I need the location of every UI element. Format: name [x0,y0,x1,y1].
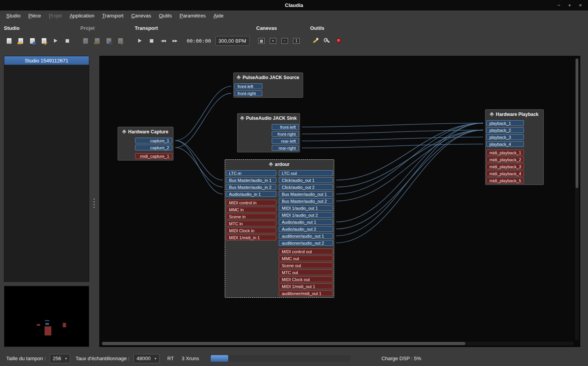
node-header[interactable]: Hardware Capture [118,127,173,136]
connection-wire[interactable] [175,148,223,187]
midi-port[interactable]: midi_playback_2 [486,157,524,162]
connection-wire[interactable] [336,123,483,180]
audio-port[interactable]: front-left [272,124,299,130]
load-studio-button[interactable] [16,36,26,46]
audio-port[interactable]: rear-left [272,138,299,144]
menu-canevas[interactable]: Canevas [127,12,155,20]
audio-port[interactable]: Audio/audio_out 1 [279,219,333,225]
audio-port[interactable]: Bus Master/audio_in 1 [226,177,276,183]
maximize-button[interactable]: + [568,2,571,8]
node-header[interactable]: ardour [225,160,334,169]
zoom-fit-button[interactable]: ▦ [256,36,267,46]
midi-port[interactable]: midi_playback_3 [486,164,524,169]
midi-port[interactable]: MIDI Clock out [279,276,333,282]
menu-outils[interactable]: Outils [155,12,175,20]
connection-wire[interactable] [302,130,483,134]
midi-port[interactable]: MIDI 1/midi_out 1 [279,283,333,289]
audio-port[interactable]: MIDI 1/audio_out 2 [279,212,333,218]
audio-port[interactable]: capture_1 [135,138,172,143]
connection-wire[interactable] [336,130,483,229]
transport-stop-button[interactable] [146,36,157,46]
canvas[interactable]: Hardware Capturecapture_1capture_2midi_c… [99,56,580,347]
studio-list-item[interactable]: Studio 1549112671 [4,56,89,65]
connection-wire[interactable] [336,130,483,243]
midi-port[interactable]: MTC out [279,269,333,275]
node-header[interactable]: PulseAudio JACK Sink [238,114,300,123]
audio-port[interactable]: Audio/audio_out 2 [279,226,333,232]
audio-port[interactable]: Click/audio_out 2 [279,184,333,190]
connection-wire[interactable] [336,130,483,201]
canvas-horizontal-scrollbar[interactable] [102,342,574,345]
studio-list[interactable]: Studio 1549112671 [4,56,89,282]
new-studio-button[interactable] [4,36,14,46]
audio-port[interactable]: playback_4 [486,141,524,147]
connection-wire[interactable] [336,130,483,187]
minimize-button[interactable]: − [557,2,560,8]
tools-button[interactable] [322,36,332,46]
menu-studio[interactable]: Studio [2,12,24,20]
audio-port[interactable]: Bus Master/audio_in 2 [226,184,276,190]
midi-port[interactable]: midi_playback_1 [486,150,524,155]
midi-port[interactable]: MIDI control out [279,249,333,254]
canvas-node[interactable]: PulseAudio JACK Sourcefront-leftfront-ri… [233,73,303,98]
audio-port[interactable]: LTC-in [226,170,276,176]
audio-port[interactable]: playback_3 [486,134,524,140]
rename-studio-button[interactable] [39,36,49,46]
menu-parametres[interactable]: Paramètres [176,12,210,20]
zoom-in-button[interactable]: + [268,36,278,46]
canvas-node[interactable]: Hardware Playbackplayback_1playback_2pla… [485,109,544,185]
stop-studio-button[interactable] [62,36,73,46]
midi-port[interactable]: Scene out [279,262,333,268]
menu-transport[interactable]: Transport [98,12,127,20]
connection-wire[interactable] [302,123,483,127]
audio-port[interactable]: auditioner/audio_out 2 [279,240,333,246]
midi-port[interactable]: MMC in [226,207,276,212]
connection-wire[interactable] [175,141,223,194]
save-studio-button[interactable] [27,36,38,46]
samplerate-select[interactable]: 48000 ▾ [134,354,160,363]
close-button[interactable]: × [579,2,582,8]
scrollbar-thumb[interactable] [102,342,465,345]
midi-port[interactable]: Scene in [226,214,276,219]
audio-port[interactable]: auditioner/audio_out 1 [279,233,333,239]
connection-wire[interactable] [336,123,483,222]
configure-button[interactable] [310,36,321,46]
audio-port[interactable]: Bus Master/audio_out 1 [279,191,333,197]
midi-port[interactable]: MIDI 1/midi_in 1 [226,235,276,240]
scrollbar-thumb[interactable] [576,59,578,188]
buffer-size-select[interactable]: 256 ▾ [50,354,70,363]
audio-port[interactable]: playback_1 [486,120,524,126]
zoom-out-button[interactable]: − [279,36,290,46]
menu-application[interactable]: Application [66,12,98,20]
connection-wire[interactable] [175,86,231,141]
node-header[interactable]: Hardware Playback [486,110,543,119]
bpm-display[interactable]: 300,00 BPM [215,36,250,46]
titlebar[interactable]: Claudia − + × [0,0,588,10]
start-studio-button[interactable] [50,36,61,46]
menu-piece[interactable]: Pièce [24,12,45,20]
pane-splitter[interactable] [89,56,99,347]
audio-port[interactable]: rear-right [272,145,299,151]
audio-port[interactable]: LTC-out [279,170,333,176]
audio-port[interactable]: Audio/audio_in 1 [226,191,276,197]
connection-wire[interactable] [302,144,483,148]
record-button[interactable] [333,36,344,46]
canvas-node[interactable]: ardourLTC-inBus Master/audio_in 1Bus Mas… [225,159,334,298]
canvas-node[interactable]: Hardware Capturecapture_1capture_2midi_c… [118,127,173,161]
connection-wire[interactable] [336,123,483,194]
canvas-vertical-scrollbar[interactable] [575,58,579,340]
audio-port[interactable]: Bus Master/audio_out 2 [279,198,333,204]
midi-port[interactable]: MIDI control in [226,200,276,205]
audio-port[interactable]: MIDI 1/audio_out 1 [279,205,333,211]
transport-backwards-button[interactable]: ◀◀ [158,36,168,46]
midi-port[interactable]: auditioner/midi_out 1 [279,290,333,296]
connection-wire[interactable] [336,123,483,236]
midi-port[interactable]: MIDI Clock in [226,228,276,233]
audio-port[interactable]: playback_2 [486,127,524,133]
connection-wire[interactable] [175,141,223,180]
midi-port[interactable]: MMC out [279,256,333,261]
minimap-view[interactable] [4,286,89,347]
audio-port[interactable]: Click/audio_out 1 [279,177,333,183]
connection-wire[interactable] [175,93,231,148]
menu-aide[interactable]: Aide [210,12,227,20]
